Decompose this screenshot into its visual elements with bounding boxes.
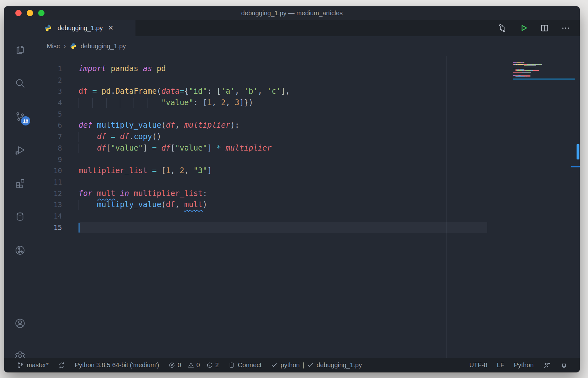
- error-icon: [169, 362, 175, 368]
- line-number: 3: [36, 86, 62, 97]
- code-text: def multiply_value(df, multiplier):: [79, 120, 239, 131]
- overview-ruler-cursor-marker[interactable]: [577, 144, 579, 159]
- minimap[interactable]: [513, 62, 575, 100]
- breadcrumb-folder[interactable]: Misc: [47, 43, 60, 50]
- code-line[interactable]: 14: [36, 211, 562, 222]
- lint-env-label: python: [280, 361, 300, 369]
- tab-debugging-1-py[interactable]: debugging_1.py ✕: [36, 20, 135, 36]
- search-icon[interactable]: [4, 78, 36, 89]
- code-line[interactable]: 13 multiply_value(df, mult): [36, 199, 562, 211]
- warning-icon: [188, 362, 194, 368]
- account-icon[interactable]: [4, 318, 36, 329]
- lint-file-label: debugging_1.py: [317, 361, 362, 369]
- database-icon: [228, 362, 235, 368]
- notifications-bell-icon[interactable]: [560, 361, 568, 369]
- current-line-highlight: [79, 222, 487, 233]
- minimap-current-line: [513, 78, 575, 80]
- code-line[interactable]: 4 "value": [1, 2, 3]}): [36, 97, 562, 109]
- editor-actions: [498, 20, 570, 36]
- connect-button[interactable]: Connect: [228, 361, 262, 369]
- line-number: 12: [36, 188, 62, 199]
- tab-close-icon[interactable]: ✕: [108, 24, 114, 32]
- vscode-window: debugging_1.py — medium_articles 18: [4, 6, 580, 372]
- check-icon: [271, 362, 278, 368]
- line-number: 15: [36, 222, 62, 233]
- code-line[interactable]: 9: [36, 154, 562, 165]
- code-line[interactable]: 7 df = df.copy(): [36, 131, 562, 143]
- code-text: df = df.copy(): [79, 131, 161, 143]
- text-cursor: [79, 223, 80, 233]
- title-bar[interactable]: debugging_1.py — medium_articles: [4, 6, 580, 20]
- linter-status[interactable]: python | debugging_1.py: [271, 361, 362, 369]
- line-number: 11: [36, 177, 62, 188]
- code-line[interactable]: 2: [36, 75, 562, 86]
- code-text: multiplier_list = [1, 2, "3"]: [79, 165, 212, 177]
- code-line[interactable]: 15: [36, 222, 562, 233]
- code-line[interactable]: 8 df["value"] = df["value"] * multiplier: [36, 143, 562, 154]
- code-text: for mult in multiplier_list:: [79, 188, 207, 199]
- split-editor-icon[interactable]: [540, 24, 549, 33]
- python-file-icon: [70, 43, 77, 50]
- line-number: 5: [36, 109, 62, 120]
- activity-bar: 18: [4, 20, 36, 358]
- line-number: 1: [36, 63, 62, 75]
- open-changes-icon[interactable]: [498, 24, 507, 33]
- code-line[interactable]: 1import pandas as pd: [36, 63, 562, 75]
- line-number: 13: [36, 199, 62, 211]
- interpreter-label: Python 3.8.5 64-bit ('medium'): [75, 361, 159, 369]
- sync-changes-button[interactable]: [58, 362, 65, 369]
- warning-count: 0: [197, 361, 200, 369]
- code-line[interactable]: 5: [36, 109, 562, 120]
- git-graph-icon[interactable]: [4, 245, 36, 256]
- line-number: 10: [36, 165, 62, 177]
- line-number: 6: [36, 120, 62, 131]
- extensions-icon[interactable]: [4, 178, 36, 189]
- code-line[interactable]: 6def multiply_value(df, multiplier):: [36, 120, 562, 131]
- minimap-border: [575, 56, 575, 358]
- info-count: 2: [215, 361, 219, 369]
- explorer-icon[interactable]: [4, 44, 36, 55]
- code-lines: 1import pandas as pd23df = pd.DataFrame(…: [36, 63, 562, 233]
- tab-bar: debugging_1.py ✕: [36, 20, 580, 36]
- git-branch-status[interactable]: master*: [17, 361, 49, 369]
- source-control-icon[interactable]: 18: [4, 111, 36, 122]
- source-control-badge: 18: [21, 116, 30, 125]
- encoding-status[interactable]: UTF-8: [469, 361, 488, 369]
- language-mode-status[interactable]: Python: [514, 361, 534, 369]
- code-text: df = pd.DataFrame(data={"id": ['a', 'b',…: [79, 86, 290, 97]
- line-number: 7: [36, 131, 62, 143]
- line-number: 4: [36, 97, 62, 109]
- window-title: debugging_1.py — medium_articles: [4, 6, 580, 20]
- status-bar: master* Python 3.8.5 64-bit ('medium') 0: [4, 358, 580, 372]
- line-number: 8: [36, 143, 62, 154]
- eol-status[interactable]: LF: [497, 361, 504, 369]
- breadcrumb-file[interactable]: debugging_1.py: [80, 43, 126, 50]
- line-number: 9: [36, 154, 62, 165]
- code-line[interactable]: 12for mult in multiplier_list:: [36, 188, 562, 199]
- breadcrumb[interactable]: Misc › debugging_1.py: [36, 36, 580, 56]
- code-text: df["value"] = df["value"] * multiplier: [79, 143, 272, 154]
- line-number: 14: [36, 211, 62, 222]
- code-line[interactable]: 10multiplier_list = [1, 2, "3"]: [36, 165, 562, 177]
- code-line[interactable]: 3df = pd.DataFrame(data={"id": ['a', 'b'…: [36, 86, 562, 97]
- python-interpreter-status[interactable]: Python 3.8.5 64-bit ('medium'): [75, 361, 159, 369]
- tab-label: debugging_1.py: [58, 24, 103, 32]
- code-line[interactable]: 11: [36, 177, 562, 188]
- more-actions-icon[interactable]: [561, 24, 570, 33]
- feedback-icon[interactable]: [543, 361, 551, 369]
- run-debug-icon[interactable]: [4, 145, 36, 156]
- divider: |: [302, 361, 304, 369]
- error-count: 0: [177, 361, 181, 369]
- code-editor[interactable]: 1import pandas as pd23df = pd.DataFrame(…: [36, 56, 580, 358]
- connect-label: Connect: [238, 361, 262, 369]
- problems-status[interactable]: 0 0 2: [169, 361, 218, 369]
- branch-label: master*: [27, 361, 49, 369]
- code-text: "value": [1, 2, 3]}): [79, 97, 253, 109]
- chevron-right-icon: ›: [64, 42, 66, 50]
- screenshot: debugging_1.py — medium_articles 18: [0, 0, 588, 378]
- run-file-icon[interactable]: [519, 23, 528, 33]
- code-text: multiply_value(df, mult): [79, 199, 207, 211]
- code-text: import pandas as pd: [79, 63, 166, 75]
- database-icon[interactable]: [4, 211, 36, 222]
- python-file-icon: [44, 24, 52, 32]
